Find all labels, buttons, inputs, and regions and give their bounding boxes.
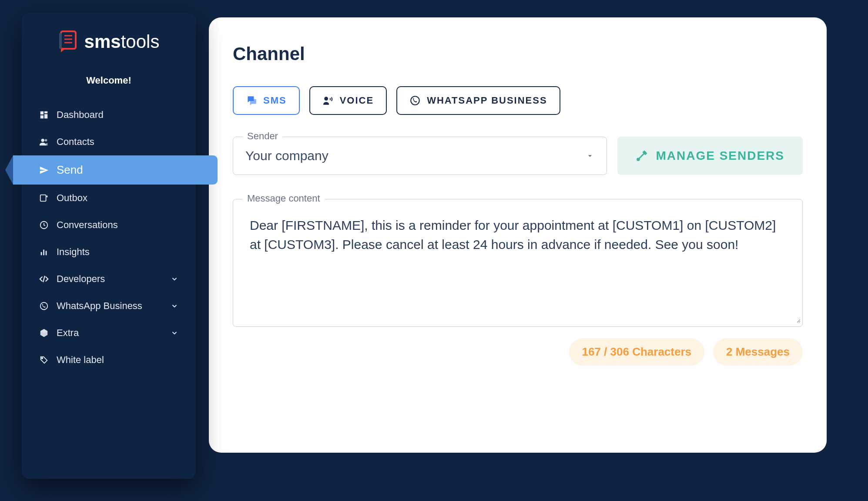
- message-fieldset: Message content: [233, 199, 803, 327]
- logo-text: smstools: [84, 31, 160, 52]
- sidebar-item-whatsapp[interactable]: WhatsApp Business: [22, 293, 196, 319]
- main-panel: Channel SMS VOICE WHATSAPP BUSINESS Send…: [209, 17, 827, 453]
- sidebar-item-whitelabel[interactable]: White label: [22, 346, 196, 373]
- tab-voice[interactable]: VOICE: [309, 86, 387, 115]
- svg-rect-7: [44, 114, 47, 118]
- whatsapp-icon: [409, 95, 421, 106]
- sms-icon: [246, 95, 257, 106]
- sidebar-item-label: Contacts: [57, 136, 94, 148]
- logo: smstools: [22, 30, 196, 53]
- svg-rect-11: [40, 195, 46, 202]
- svg-point-9: [41, 139, 44, 142]
- tools-icon: [636, 150, 648, 162]
- svg-rect-0: [61, 31, 76, 49]
- extra-icon: [39, 328, 49, 338]
- sidebar-item-label: Send: [57, 163, 83, 177]
- contacts-icon: [39, 137, 49, 147]
- sidebar-item-dashboard[interactable]: Dashboard: [22, 101, 196, 128]
- svg-rect-15: [46, 251, 47, 255]
- message-count-pill: 2 Messages: [713, 338, 803, 366]
- svg-rect-13: [41, 252, 42, 255]
- svg-rect-6: [44, 111, 47, 114]
- chevron-down-icon: [171, 329, 178, 337]
- send-icon: [39, 165, 49, 175]
- svg-point-10: [45, 139, 47, 142]
- svg-point-16: [40, 303, 48, 310]
- sidebar-item-label: Outbox: [57, 192, 87, 204]
- sidebar-item-outbox[interactable]: Outbox: [22, 185, 196, 212]
- message-legend: Message content: [243, 193, 325, 204]
- tab-label: SMS: [263, 95, 287, 106]
- whatsapp-icon: [39, 301, 49, 311]
- dashboard-icon: [39, 110, 49, 120]
- page-title: Channel: [233, 44, 803, 64]
- sidebar-item-label: Developers: [57, 273, 105, 285]
- logo-icon: [58, 30, 79, 53]
- code-icon: [39, 274, 49, 284]
- dropdown-icon: [586, 151, 594, 160]
- svg-rect-14: [43, 250, 44, 256]
- voice-icon: [322, 95, 334, 106]
- sender-select[interactable]: Your company: [233, 137, 607, 175]
- sidebar-item-label: WhatsApp Business: [57, 300, 142, 312]
- sidebar-item-conversations[interactable]: Conversations: [22, 212, 196, 239]
- sidebar-item-insights[interactable]: Insights: [22, 239, 196, 266]
- tab-sms[interactable]: SMS: [233, 86, 300, 115]
- tab-label: WHATSAPP BUSINESS: [427, 95, 547, 106]
- sender-value: Your company: [245, 148, 328, 163]
- sidebar: smstools Welcome! Dashboard Contacts Sen…: [22, 13, 196, 479]
- tab-whatsapp[interactable]: WHATSAPP BUSINESS: [396, 86, 560, 115]
- message-textarea[interactable]: [235, 201, 801, 323]
- counts-row: 167 / 306 Characters 2 Messages: [233, 338, 803, 366]
- sidebar-item-developers[interactable]: Developers: [22, 266, 196, 293]
- svg-rect-4: [59, 33, 62, 49]
- sidebar-item-label: White label: [57, 354, 104, 366]
- sidebar-item-label: Dashboard: [57, 109, 104, 121]
- chevron-down-icon: [171, 275, 178, 283]
- history-icon: [39, 220, 49, 230]
- chevron-down-icon: [171, 302, 178, 310]
- sender-legend: Sender: [243, 131, 282, 142]
- svg-point-18: [324, 97, 328, 101]
- svg-rect-8: [40, 115, 44, 118]
- sidebar-item-send[interactable]: Send: [13, 155, 218, 185]
- welcome-text: Welcome!: [22, 75, 196, 86]
- channel-tabs: SMS VOICE WHATSAPP BUSINESS: [233, 86, 803, 115]
- manage-senders-label: MANAGE SENDERS: [656, 149, 784, 163]
- sidebar-item-extra[interactable]: Extra: [22, 319, 196, 346]
- svg-point-17: [42, 358, 43, 359]
- sidebar-item-label: Extra: [57, 327, 79, 339]
- outbox-icon: [39, 193, 49, 203]
- sender-fieldset: Sender Your company: [233, 137, 607, 175]
- sidebar-item-label: Conversations: [57, 219, 118, 231]
- manage-senders-button[interactable]: MANAGE SENDERS: [617, 137, 803, 175]
- whitelabel-icon: [39, 355, 49, 365]
- svg-rect-5: [40, 111, 44, 114]
- char-count-pill: 167 / 306 Characters: [569, 338, 705, 366]
- insights-icon: [39, 247, 49, 257]
- tab-label: VOICE: [340, 95, 374, 106]
- sidebar-item-contacts[interactable]: Contacts: [22, 128, 196, 155]
- sidebar-item-label: Insights: [57, 246, 90, 258]
- svg-point-19: [411, 96, 419, 105]
